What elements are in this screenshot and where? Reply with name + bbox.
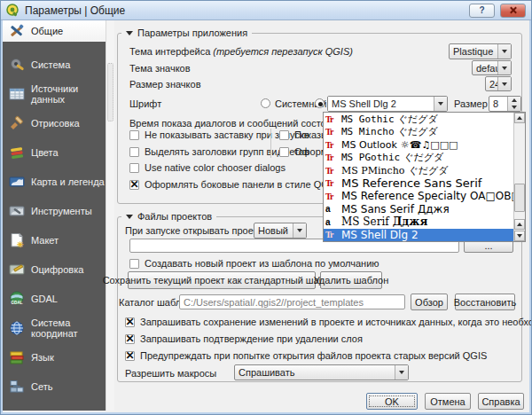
template-dir-field[interactable]: C:/Users/spatial/.qgis2//project_templat… [179,294,405,309]
title-bar[interactable]: Параметры | Общие ? [1,1,531,20]
sidebar-item-rendering[interactable]: Отрисовка [3,108,106,137]
save-template-button[interactable]: Сохранить текущий проект как стандартный… [128,271,316,289]
dropdown-scrollbar[interactable] [513,113,525,241]
sidebar-item-label: GDAL [31,294,58,304]
sidebar-item-data-sources[interactable]: Источники данных [3,79,106,108]
sidebar-item-label: Сеть [31,381,52,392]
icon-size-label: Размер значков [129,79,201,90]
page-layout-icon: ✳ [9,232,25,248]
font-list: Tr MS Gothic ぐだグダ Tr MS Mincho ぐだグダ Tr M… [324,113,513,241]
font-option[interactable]: Tr MS PGothic ぐだグダ [324,152,513,165]
group-title[interactable]: Параметры приложения [121,27,252,38]
font-label: Шрифт [129,98,161,109]
qgis-style-docks-checkbox[interactable] [129,180,139,190]
help-label: Справка [481,396,520,407]
native-color-dialog-checkbox[interactable] [129,163,139,173]
spin-up-icon[interactable] [508,97,520,104]
help-icon: ? [479,5,484,15]
group-title[interactable]: Файлы проектов [121,211,216,222]
icon-size-value: 24 [486,77,497,90]
spin-down-icon[interactable] [508,104,520,111]
sidebar-scroll-thumb[interactable] [107,63,113,121]
delete-template-button[interactable]: Удалить шаблон [320,271,382,289]
restore-label: Восстановить [454,297,516,308]
font-size-value: 8 [489,97,507,111]
scroll-up-icon[interactable] [514,113,525,123]
sidebar-item-digitizing[interactable]: Оцифровка [3,254,106,284]
group-titles-bold-checkbox[interactable] [129,147,139,157]
macros-value: Спрашивать [235,365,395,380]
macros-select[interactable]: Спрашивать [234,364,409,380]
flags-icon [9,349,25,365]
sidebar-item-system[interactable]: Система [3,50,106,79]
font-option[interactable]: Tr MS Outlook ☼☎♫□□□ [324,138,513,152]
chevron-down-icon [293,223,306,238]
scroll-down-icon[interactable] [514,231,525,241]
sidebar-item-network[interactable]: Сеть [3,372,106,401]
font-option[interactable]: Tr MS Reference Sans Serif [324,177,513,191]
font-option[interactable]: Tr MS Mincho ぐだグダ [324,126,513,139]
browse-button[interactable]: Обзор [411,294,448,310]
help-footer-button[interactable]: Справка [478,393,524,410]
sidebar-item-colors[interactable]: Цвета [3,137,106,167]
sidebar-item-layout[interactable]: ✳ Макет [3,225,106,254]
font-size-spinner[interactable]: 8 [489,96,521,112]
truetype-icon: Tr [325,166,338,176]
group-title-label: Параметры приложения [137,27,247,38]
sidebar-item-gdal[interactable]: GDAL GDAL [3,284,106,313]
icon-theme-select[interactable]: default [472,60,512,75]
sidebar-item-map-tools[interactable]: Инструменты [3,196,106,225]
dropdown-scroll-thumb[interactable] [514,184,525,212]
map-tools-icon [9,203,25,219]
font-option[interactable]: Tr MS Reference Specialty OA□OB□¹⁄₂₀₀□ [324,190,513,203]
font-family-combobox[interactable]: MS Shell Dlg 2 [327,96,448,112]
help-button[interactable]: ? [469,4,495,18]
font-name: MS PGothic [341,152,400,163]
sidebar-scrollbar[interactable] [106,20,114,411]
sidebar-item-label: Макет [31,235,59,246]
options-dialog: Параметры | Общие ? Общие Система [0,0,532,415]
close-button[interactable] [500,4,526,18]
font-option[interactable]: Tr MS PMincho ぐだグダ [324,164,513,177]
bitmap-font-icon: a [325,217,338,227]
font-system-radio[interactable] [261,98,270,108]
show-tips-checkbox[interactable] [279,130,289,140]
confirm-layer-delete-checkbox[interactable] [125,334,135,344]
ok-button[interactable]: OK [366,393,418,410]
scroll-up-icon[interactable] [514,219,525,230]
font-option-selected[interactable]: Tr MS Shell Dlg 2 [324,229,513,242]
checkbox-row: Use native color chooser dialogs [129,162,286,173]
sidebar-item-crs[interactable]: Система координат [3,313,106,342]
collapse-arrow-icon [126,215,133,219]
checkbox-row: Создавать новый проект из шаблона по умо… [129,258,379,269]
restore-button[interactable]: Восстановить [455,294,515,310]
sidebar-item-language[interactable]: Язык [3,342,106,372]
sidebar-item-label: Цвета [31,147,59,158]
checkbox-row: Запрашивать сохранение изменений в проек… [125,317,532,327]
font-name: MS Outlook [341,139,397,151]
font-name: MS Shell Dlg 2 [341,229,419,241]
ui-theme-select[interactable]: Plastique [449,43,512,59]
font-sample: ぐだグダ [398,113,438,126]
font-option[interactable]: a MS Serif Дджя [324,215,513,229]
crossed-tools-icon [9,23,25,39]
checkbox-label: Запрашивать сохранение изменений в проек… [140,317,532,327]
sidebar-item-general[interactable]: Общие [3,20,106,42]
prompt-save-checkbox[interactable] [125,317,135,327]
ui-theme-label: Тема интерфейса (требуется перезапуск QG… [129,46,353,57]
warn-old-project-checkbox[interactable] [125,351,135,361]
sidebar-item-map-legend[interactable]: Карта и легенда [3,167,106,196]
font-option[interactable]: Tr MS Gothic ぐだグダ [324,113,513,126]
sidebar-item-label: Отрисовка [31,118,80,129]
cancel-button[interactable]: Отмена [425,393,471,410]
font-custom-radio[interactable] [315,98,325,108]
open-project-select[interactable]: Новый [254,223,307,239]
sidebar-item-label: Система координат [31,317,106,339]
gear-wrench-icon [9,57,25,73]
sidebar-item-label: Инструменты [31,206,92,216]
font-option[interactable]: a MS Sans Serif Дджя [324,203,513,216]
new-project-from-template-checkbox[interactable] [129,259,139,269]
decorate-checkbox[interactable] [279,147,289,157]
icon-size-select[interactable]: 24 [485,76,512,91]
splash-screen-checkbox[interactable] [129,130,139,140]
